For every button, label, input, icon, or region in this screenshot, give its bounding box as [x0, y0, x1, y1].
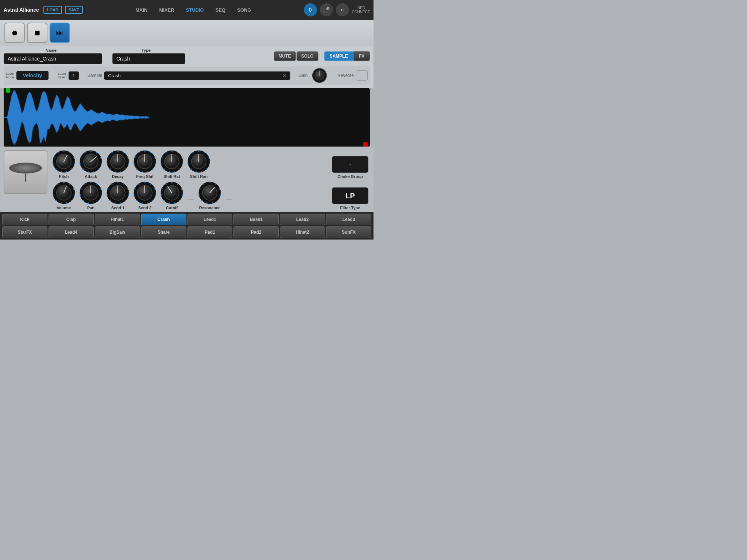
info-connect-area[interactable]: INFO CONNECT	[352, 6, 370, 14]
svg-point-91	[69, 183, 70, 185]
instrument-section: Name Type MUTE SOLO SAMPLE FX Layer Mode…	[0, 46, 374, 88]
layer-select-value[interactable]: 1	[69, 71, 78, 80]
pad-bass1[interactable]: Bass1	[233, 214, 279, 225]
filter-type-container: LP Filter Type	[332, 187, 368, 210]
volume-knob[interactable]	[53, 182, 75, 204]
waveform-end-marker[interactable]	[363, 142, 368, 147]
close-icon[interactable]: ✕	[283, 73, 287, 78]
pad-subfx[interactable]: SubFX	[326, 226, 371, 238]
cutoff-label: Cutoff	[166, 206, 178, 210]
pad-hihat2[interactable]: Hihat2	[280, 226, 325, 238]
type-input[interactable]	[112, 53, 185, 64]
pad-lead4[interactable]: Lead4	[49, 226, 94, 238]
choke-group-container: - Choke Group	[332, 156, 368, 179]
sample-button[interactable]: SAMPLE	[324, 51, 353, 61]
shift-ran-knob[interactable]	[187, 150, 210, 173]
svg-point-16	[57, 152, 59, 153]
pad-crash[interactable]: Crash	[141, 214, 186, 225]
gain-knob[interactable]	[312, 68, 327, 83]
svg-point-163	[220, 194, 221, 196]
connector-dash-1: —	[187, 195, 194, 210]
reverse-button[interactable]	[356, 70, 368, 81]
pad-kick[interactable]: Kick	[2, 214, 47, 225]
attack-knob[interactable]	[80, 150, 102, 173]
knobs-section: Pitch	[0, 147, 374, 212]
resonance-knob-container: Resonance	[198, 182, 221, 210]
fx-button[interactable]: FX	[353, 51, 370, 61]
svg-point-100	[57, 183, 59, 185]
filter-type-label: Filter Type	[340, 206, 360, 210]
pad-clap[interactable]: Clap	[49, 214, 94, 225]
svg-point-14	[53, 163, 54, 164]
svg-point-85	[188, 157, 190, 158]
svg-point-146	[171, 182, 173, 183]
pad-grid: Kick Clap Hihat1 Crash Lead1 Bass1 Lead2…	[0, 212, 374, 240]
svg-point-51	[155, 163, 156, 164]
svg-point-164	[217, 200, 218, 201]
pan-knob[interactable]	[80, 182, 102, 204]
svg-point-71	[161, 157, 163, 158]
pad-lead1[interactable]: Lead1	[187, 214, 233, 225]
stop-button[interactable]: ⏹	[27, 23, 47, 43]
choke-group-button[interactable]: -	[332, 156, 368, 173]
svg-point-56	[133, 163, 135, 164]
filter-type-button[interactable]: LP	[332, 187, 368, 204]
svg-point-98	[53, 194, 54, 196]
tab-studio[interactable]: STUDIO	[182, 6, 208, 14]
pitch-knob[interactable]	[53, 150, 75, 173]
pad-starfx[interactable]: StarFX	[2, 226, 47, 238]
svg-point-23	[101, 163, 102, 164]
svg-point-133	[150, 183, 151, 185]
velocity-display[interactable]: Velocity	[16, 71, 49, 80]
svg-point-58	[138, 152, 140, 153]
tab-seq[interactable]: SEQ	[211, 6, 230, 14]
pad-bigsaw[interactable]: BigSaw	[95, 226, 140, 238]
load-button[interactable]: LOAD	[43, 6, 62, 14]
waveform-start-marker[interactable]	[6, 88, 10, 93]
microphone-icon[interactable]: 🎤	[320, 3, 333, 16]
send1-knob-container: Send 1	[107, 182, 129, 210]
svg-point-113	[80, 188, 82, 190]
send1-knob[interactable]	[107, 182, 129, 204]
name-input[interactable]	[4, 53, 102, 64]
svg-point-105	[96, 183, 97, 185]
record-button[interactable]: ⏺	[4, 23, 25, 43]
pad-pad2[interactable]: Pad2	[233, 226, 279, 238]
pad-lead2[interactable]: Lead2	[280, 214, 325, 225]
play-button[interactable]: ⏭	[50, 23, 70, 43]
tab-main[interactable]: MAIN	[131, 6, 152, 14]
svg-point-166	[206, 202, 208, 204]
pad-pad1[interactable]: Pad1	[187, 226, 233, 238]
svg-point-147	[177, 183, 178, 185]
send2-knob[interactable]	[133, 182, 156, 204]
resonance-label: Resonance	[199, 206, 221, 210]
pad-row-1: Kick Clap Hihat1 Crash Lead1 Bass1 Lead2…	[2, 214, 371, 225]
cymbal-image	[9, 163, 42, 174]
cutoff-knob[interactable]	[160, 182, 183, 204]
svg-point-57	[134, 157, 136, 158]
svg-point-11	[66, 171, 67, 172]
svg-point-79	[209, 163, 210, 164]
resonance-knob[interactable]	[198, 182, 221, 204]
sample-name-box[interactable]: Crash ✕	[104, 71, 290, 80]
freq-shif-knob[interactable]	[133, 150, 156, 173]
tab-song[interactable]: SONG	[233, 6, 255, 14]
decay-knob[interactable]	[107, 150, 129, 173]
svg-point-108	[98, 200, 99, 201]
pitch-label: Pitch	[59, 174, 69, 179]
app-name: Astral Alliance	[4, 7, 39, 13]
tab-mixer[interactable]: MIXER	[155, 6, 178, 14]
pad-hihat1[interactable]: Hihat1	[95, 214, 140, 225]
mute-button[interactable]: MUTE	[274, 51, 296, 61]
svg-point-68	[169, 171, 170, 172]
svg-point-149	[182, 194, 183, 196]
solo-button[interactable]: SOLO	[297, 51, 318, 61]
svg-point-92	[73, 188, 74, 190]
svg-point-2	[319, 69, 320, 70]
pad-snare[interactable]: Snare	[141, 226, 186, 238]
pad-lead3[interactable]: Lead3	[326, 214, 371, 225]
shift-rat-knob[interactable]	[160, 150, 183, 173]
save-button[interactable]: SAVE	[65, 6, 83, 14]
svg-point-15	[53, 157, 55, 158]
undo-icon[interactable]: ↩	[336, 3, 349, 16]
